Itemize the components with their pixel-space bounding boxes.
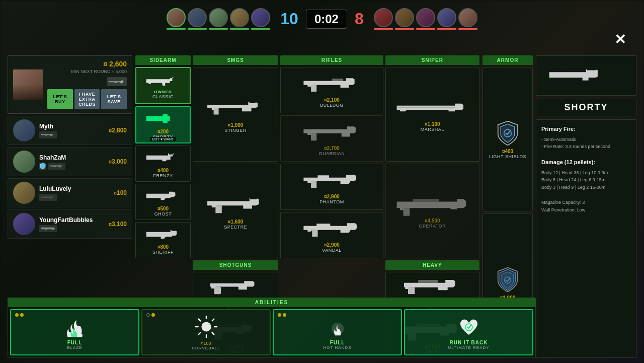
blaze-name: BLAZE	[67, 345, 82, 350]
frenzy-name: FRENZY	[153, 173, 173, 178]
svg-rect-13	[418, 280, 438, 283]
credit-amount: 2,600	[109, 60, 127, 68]
weapon-vandal[interactable]: ¤2,900 VANDAL	[280, 212, 383, 258]
player-bar-2	[188, 28, 207, 30]
svg-rect-1	[215, 205, 222, 213]
teammate-youngfartbubbles[interactable]: YoungFartBubbles ¤3,100	[8, 209, 132, 239]
teammate-lululuvely[interactable]: LuluLuvely ¤100	[8, 178, 132, 207]
svg-rect-2	[311, 85, 316, 92]
weapon-classic[interactable]: OWNED CLASSIC	[135, 67, 191, 104]
ghost-price: ¤500	[157, 206, 169, 211]
light-shields-name: LIGHT SHIELDS	[489, 154, 526, 159]
fire-mode-title: Primary Fire:	[541, 125, 631, 134]
weapon-sheriff[interactable]: ¤800 SHERIFF	[135, 222, 191, 258]
sheriff-img	[144, 226, 183, 243]
weapon-frenzy[interactable]: ¤400 FRENZY	[135, 146, 191, 182]
curveball-name: CURVEBALL	[192, 346, 220, 350]
team-right-avatars	[374, 8, 477, 30]
svg-rect-0	[213, 108, 218, 115]
hud-player-1	[167, 8, 186, 30]
operator-img	[391, 194, 474, 216]
bulldog-img	[289, 73, 375, 96]
team-left-avatars	[167, 8, 270, 30]
lets-save-button[interactable]: LET'S SAVE	[101, 89, 127, 109]
stinger-name: STINGER	[224, 128, 247, 133]
fire-rate: - Fire Rate: 3.3 rounds per second	[541, 143, 631, 150]
ability-ultimate[interactable]: RUN IT BACK ULTIMATE READY	[404, 309, 533, 355]
weapon-marshal[interactable]: ¤1,100 MARSHAL	[385, 67, 479, 162]
blaze-dot-2	[20, 313, 24, 317]
top-hud: 10 0:02 8	[0, 0, 644, 38]
hud-player-3	[209, 8, 228, 30]
teammate-yfb-credits: ¤3,100	[109, 221, 127, 228]
svg-rect-4	[311, 133, 316, 140]
abilities-header: ABILITIES	[8, 298, 536, 307]
teammate-shahzam-avatar	[13, 151, 35, 173]
guardian-price: ¤2,700	[324, 146, 340, 151]
ghost-name: GHOST	[154, 211, 172, 216]
ability-blaze[interactable]: FULL BLAZE	[10, 309, 139, 355]
teammate-lulu-name: LuluLuvely	[39, 185, 110, 192]
damage-body2: Body 8 | Head 24 | Leg 6 9-15m	[541, 176, 631, 183]
lets-buy-button[interactable]: LET'S BUY	[47, 89, 73, 109]
player-avatar-5	[251, 8, 270, 27]
curveball-dot-1	[146, 313, 150, 317]
sniper-header: SNIPER	[385, 55, 479, 65]
vandal-img	[289, 218, 375, 241]
ability-hot-hands[interactable]: FULL HOT HANDS	[273, 309, 402, 355]
enemy-bar-5	[458, 28, 477, 30]
weapon-guardian[interactable]: ¤2,700 GUARDIAN	[280, 115, 383, 162]
ability-curveball[interactable]: ¤100 CURVEBALL	[141, 309, 271, 355]
ghost-img	[144, 187, 183, 204]
teammate-shahzam-credits: ¤3,000	[109, 158, 127, 165]
teammate-shahzam[interactable]: ShahZaM ¤3,000	[8, 147, 132, 176]
blaze-icon	[62, 315, 88, 340]
teammate-myth[interactable]: Myth ¤2,800	[8, 116, 132, 145]
enemy-avatar-4	[437, 8, 456, 27]
info-panel: SHORTY Primary Fire: - Semi-Automatic - …	[536, 55, 636, 358]
hud-player-4	[230, 8, 249, 30]
ultimate-run-it-back: RUN IT BACK	[450, 340, 488, 345]
weapon-stinger[interactable]: ¤1,000 STINGER	[193, 67, 278, 162]
score-left: 10	[280, 10, 298, 28]
player-avatar-3	[209, 8, 228, 27]
vandal-price: ¤2,900	[324, 242, 340, 248]
timer: 0:02	[314, 12, 339, 26]
shorty-img	[144, 110, 182, 127]
close-button[interactable]: ✕	[611, 30, 629, 48]
sniper-column: SNIPER ¤1,100 MARSHAL	[385, 55, 479, 258]
yfb-weapon	[39, 225, 57, 232]
spectre-img	[200, 192, 271, 217]
ultimate-icon	[456, 315, 481, 340]
selected-weapon-name: SHORTY	[536, 99, 636, 116]
weapon-shorty[interactable]: ¤200 SHORTY BUY ♥ WANT	[135, 106, 191, 143]
teammate-myth-avatar	[13, 119, 35, 141]
extra-creds-button[interactable]: I HAVE EXTRA CREDS	[74, 89, 100, 109]
teammate-shahzam-name: ShahZaM	[39, 154, 105, 161]
weapon-bulldog[interactable]: ¤2,100 BULLDOG	[280, 67, 383, 113]
selected-weapon-preview	[536, 55, 636, 96]
hot-hands-icon	[325, 315, 350, 340]
score-section: 10 0:02 8	[280, 10, 363, 29]
weapon-operator[interactable]: ¤4,500 OPERATOR	[385, 164, 479, 258]
teammate-myth-weapons	[39, 131, 105, 138]
hud-player-2	[188, 8, 207, 30]
rifle-header: RIFLES	[280, 55, 383, 65]
abilities-section: ABILITIES FULL BLAZE	[8, 298, 536, 358]
weapon-spectre[interactable]: ¤1,600 SPECTRE	[193, 164, 278, 258]
self-player-card: ¤ 2,600 MIN NEXT ROUND ≈ 5,000 LET'S BUY…	[8, 55, 132, 114]
damage-title: Damage (12 pellets):	[541, 158, 631, 167]
wall-pen: Wall Penetration: Low	[541, 206, 631, 213]
weapon-ghost[interactable]: ¤500 GHOST	[135, 184, 191, 220]
self-weapons	[47, 77, 127, 86]
sheriff-price: ¤800	[157, 244, 169, 250]
player-bar-5	[251, 28, 270, 30]
blaze-dot-1	[15, 313, 19, 317]
blaze-status: FULL	[67, 340, 83, 345]
weapon-phantom[interactable]: ¤2,900 PHANTOM	[280, 164, 383, 210]
teammate-lulu-credits: ¤100	[114, 189, 127, 196]
svg-rect-10	[214, 287, 221, 295]
armor-light-shields[interactable]: ¤400 LIGHT SHIELDS	[482, 67, 533, 211]
sheriff-name: SHERIFF	[152, 250, 174, 255]
frenzy-img	[144, 149, 183, 166]
